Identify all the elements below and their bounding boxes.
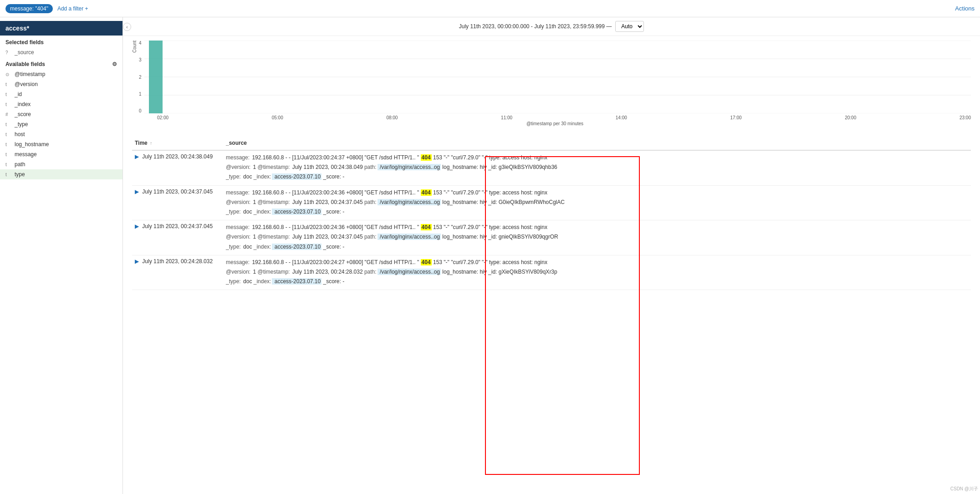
- table-row: ▶ July 11th 2023, 00:24:38.049 message: …: [132, 150, 971, 185]
- field-name-path: path: [15, 161, 25, 168]
- watermark: CSDN @川子: [950, 486, 978, 492]
- add-filter-button[interactable]: Add a filter +: [57, 5, 88, 12]
- field-name-host: host: [15, 131, 25, 138]
- field-type-index: t: [5, 102, 12, 107]
- field-id[interactable]: t _id: [0, 89, 122, 99]
- highlight-404: 404: [421, 189, 432, 196]
- field-val: 192.168.60.8 - - [11/Jul/2023:00:24:37 +…: [252, 154, 420, 161]
- col-time: Time ↑: [132, 136, 223, 150]
- field-type-id: t: [5, 92, 12, 97]
- sort-arrow[interactable]: ↑: [150, 141, 152, 146]
- sidebar: access* Selected fields ? _source Availa…: [0, 17, 123, 494]
- field-type-version: t: [5, 82, 12, 87]
- field-host[interactable]: t host: [0, 129, 122, 139]
- time-value-4: July 11th 2023, 00:24:28.032: [142, 258, 213, 265]
- actions-link[interactable]: Actions: [955, 5, 975, 12]
- field-name-message: message: [15, 151, 37, 158]
- field-type-log-hostname: t: [5, 142, 12, 147]
- field-type-source: ?: [5, 50, 12, 55]
- field-name-version: @version: [15, 81, 38, 87]
- chart-area: Count 4 3 2 1 0: [123, 36, 980, 136]
- log-line-3-1: message: 192.168.60.8 - - [11/Jul/2023:0…: [226, 223, 968, 232]
- field-name-source: _source: [15, 49, 34, 56]
- gear-icon[interactable]: ⚙: [112, 61, 117, 67]
- field-name-log-hostname: log_hostname: [15, 141, 49, 148]
- field-type-score: #: [5, 112, 12, 117]
- collapse-sidebar-button[interactable]: ‹: [123, 23, 131, 31]
- field-key: message:: [226, 154, 250, 161]
- expand-button-3[interactable]: ▶: [135, 223, 139, 229]
- field-index[interactable]: t _index: [0, 99, 122, 109]
- table-row: ▶ July 11th 2023, 00:24:37.045 message: …: [132, 185, 971, 220]
- available-fields-header: Available fields ⚙: [0, 57, 122, 69]
- selected-field-source[interactable]: ? _source: [0, 47, 122, 57]
- col-source-label: _source: [226, 140, 247, 146]
- log-line-4-1: message: 192.168.60.8 - - [11/Jul/2023:0…: [226, 258, 968, 267]
- time-cell-2: ▶ July 11th 2023, 00:24:37.045: [132, 185, 223, 220]
- field-type-type: t: [5, 122, 12, 127]
- time-value-2: July 11th 2023, 00:24:37.045: [142, 188, 213, 195]
- log-line-1-3: _type: doc _index: access-2023.07.10 _sc…: [226, 173, 968, 181]
- interval-select[interactable]: Auto: [615, 21, 644, 32]
- field-type-item[interactable]: t type: [0, 169, 122, 179]
- filter-badge[interactable]: message: "404": [5, 4, 53, 13]
- log-line-2-3: _type: doc _index: access-2023.07.10 _sc…: [226, 208, 968, 216]
- field-score[interactable]: # _score: [0, 109, 122, 119]
- y-axis: 4 3 2 1 0: [139, 41, 144, 113]
- main-layout: access* Selected fields ? _source Availa…: [0, 17, 980, 494]
- field-type-type2: t: [5, 172, 12, 177]
- source-cell-3: message: 192.168.60.8 - - [11/Jul/2023:0…: [223, 220, 971, 255]
- selected-fields-header: Selected fields: [0, 36, 122, 47]
- highlight-404: 404: [421, 224, 432, 230]
- rest-val: 153 "-" "curl/7.29.0" "-" type: access h…: [433, 154, 547, 161]
- chart-svg-container: [144, 41, 971, 113]
- time-cell-1: ▶ July 11th 2023, 00:24:38.049: [132, 150, 223, 185]
- field-version[interactable]: t @version: [0, 79, 122, 89]
- time-value-1: July 11th 2023, 00:24:38.049: [142, 153, 213, 160]
- field-timestamp[interactable]: ⊙ @timestamp: [0, 69, 122, 79]
- field-name-timestamp: @timestamp: [15, 71, 46, 77]
- field-log-hostname[interactable]: t log_hostname: [0, 139, 122, 149]
- log-line-4-3: _type: doc _index: access-2023.07.10 _sc…: [226, 277, 968, 286]
- available-fields-label: Available fields: [5, 61, 45, 67]
- field-name-type: _type: [15, 121, 28, 127]
- results-table: Time ↑ _source ▶ July 11th 2023, 00:24:3…: [132, 136, 971, 290]
- col-source: _source: [223, 136, 971, 150]
- highlight-404: 404: [421, 259, 432, 265]
- date-range: July 11th 2023, 00:00:00.000 - July 11th…: [459, 23, 612, 30]
- time-cell-4: ▶ July 11th 2023, 00:24:28.032: [132, 255, 223, 290]
- x-axis-title: @timestamp per 30 minutes: [139, 120, 971, 127]
- col-time-label: Time: [135, 140, 148, 146]
- expand-button-1[interactable]: ▶: [135, 153, 139, 160]
- log-line-1-2: @version: 1 @timestamp: July 11th 2023, …: [226, 163, 968, 172]
- field-name-type2: type: [15, 171, 25, 178]
- selected-fields-label: Selected fields: [5, 39, 44, 46]
- time-cell-3: ▶ July 11th 2023, 00:24:37.045: [132, 220, 223, 255]
- log-line-2-2: @version: 1 @timestamp: July 11th 2023, …: [226, 198, 968, 207]
- log-line-3-2: @version: 1 @timestamp: July 11th 2023, …: [226, 233, 968, 241]
- table-wrapper: Time ↑ _source ▶ July 11th 2023, 00:24:3…: [123, 136, 980, 494]
- svg-rect-5: [149, 41, 163, 113]
- time-value-3: July 11th 2023, 00:24:37.045: [142, 223, 213, 229]
- field-type-field[interactable]: t _type: [0, 119, 122, 129]
- top-bar: message: "404" Add a filter + Actions: [0, 0, 980, 17]
- chart-header: July 11th 2023, 00:00:00.000 - July 11th…: [123, 17, 980, 36]
- field-type-timestamp: ⊙: [5, 72, 12, 77]
- field-message[interactable]: t message: [0, 149, 122, 159]
- expand-button-2[interactable]: ▶: [135, 188, 139, 195]
- field-name-score: _score: [15, 111, 31, 117]
- log-line-2-1: message: 192.168.60.8 - - [11/Jul/2023:0…: [226, 188, 968, 197]
- field-name-index: _index: [15, 101, 31, 107]
- field-path[interactable]: t path: [0, 159, 122, 169]
- field-type-host: t: [5, 132, 12, 137]
- field-type-message: t: [5, 152, 12, 157]
- log-line-4-2: @version: 1 @timestamp: July 11th 2023, …: [226, 268, 968, 276]
- bar-chart: [144, 41, 971, 113]
- highlight-404: 404: [421, 154, 432, 161]
- expand-button-4[interactable]: ▶: [135, 258, 139, 265]
- field-name-id: _id: [15, 91, 22, 97]
- table-row: ▶ July 11th 2023, 00:24:28.032 message: …: [132, 255, 971, 290]
- field-type-path: t: [5, 162, 12, 167]
- table-row: ▶ July 11th 2023, 00:24:37.045 message: …: [132, 220, 971, 255]
- source-cell-4: message: 192.168.60.8 - - [11/Jul/2023:0…: [223, 255, 971, 290]
